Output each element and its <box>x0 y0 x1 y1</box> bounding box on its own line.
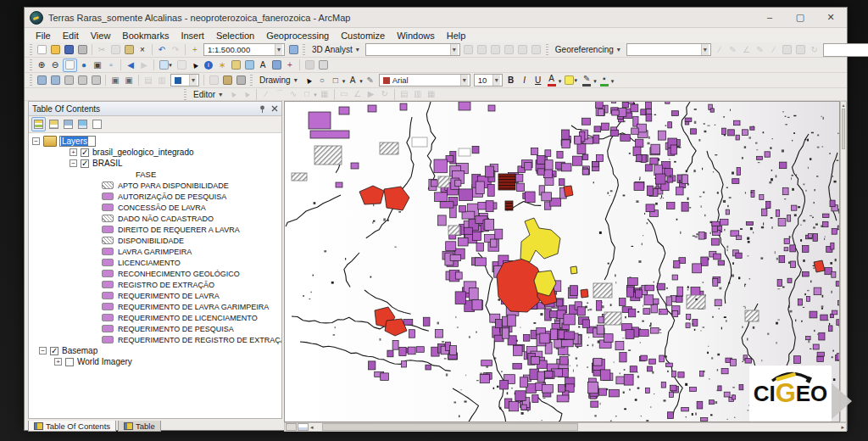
rotate-tool-icon[interactable]: ↻ <box>378 88 391 100</box>
rotation-icon[interactable]: ↻ <box>808 44 821 56</box>
straight-segment-icon[interactable]: ∕ <box>260 88 273 100</box>
toc-item-autoriza-o-de-pesquisa[interactable]: AUTORIZAÇÃO DE PESQUISA <box>29 191 281 202</box>
html-popup-icon[interactable] <box>230 59 242 71</box>
zoom-whole-page-icon[interactable] <box>36 75 48 87</box>
interpolate-line-icon[interactable] <box>462 44 475 56</box>
expand-icon[interactable]: + <box>54 358 62 366</box>
select-features-icon[interactable]: ▾ <box>158 59 175 71</box>
drawing-menu[interactable]: Drawing▾ <box>255 75 302 85</box>
toggle-draft-icon[interactable]: ▣ <box>109 75 122 87</box>
font-size-combo[interactable]: 10▾ <box>474 74 503 87</box>
trace-icon[interactable]: ∿ <box>287 88 300 100</box>
toc-item-requerimento-de-licenciamento[interactable]: REQUERIMENTO DE LICENCIAMENTO <box>29 312 281 323</box>
scroll-thumb[interactable] <box>322 423 578 431</box>
toc-item-registro-de-extra-o[interactable]: REGISTRO DE EXTRAÇÃO <box>29 279 281 290</box>
toc-item-concess-o-de-lavra[interactable]: CONCESSÃO DE LAVRA <box>29 202 281 213</box>
scroll-left-arrow[interactable]: ◂ <box>309 424 315 431</box>
create-features-icon[interactable]: ▤ <box>398 88 410 100</box>
pin-icon[interactable] <box>259 105 266 113</box>
map-vertical-scrollbar[interactable]: ▴ <box>840 101 847 422</box>
contour-icon[interactable] <box>503 44 515 56</box>
toc-item-lavra-garimpeira[interactable]: LAVRA GARIMPEIRA <box>29 246 281 257</box>
menu-help[interactable]: Help <box>441 30 472 42</box>
tab-table[interactable]: Table <box>118 421 161 432</box>
toc-item-requerimento-de-lavra[interactable]: REQUERIMENTO DE LAVRA <box>29 290 281 301</box>
edit-annotation-icon[interactable]: ▲ <box>241 88 253 100</box>
menu-view[interactable]: View <box>85 30 117 42</box>
shift-raster-icon[interactable]: ✎ <box>726 44 739 56</box>
3d-analyst-layer-combo[interactable]: ▾ <box>365 43 460 56</box>
highlight-color-icon[interactable]: ▾ <box>563 75 580 87</box>
edit-vertices-tool-icon[interactable]: ▦ <box>318 88 331 100</box>
menu-customize[interactable]: Customize <box>335 30 391 42</box>
paste-icon[interactable] <box>123 44 136 56</box>
italic-icon[interactable]: I <box>518 75 531 87</box>
link-table-icon[interactable] <box>781 44 793 56</box>
underline-icon[interactable]: U <box>531 75 544 87</box>
clear-selection-icon[interactable] <box>175 59 188 71</box>
close-button[interactable]: ✕ <box>825 12 837 23</box>
change-layout-icon[interactable]: ▤ <box>142 75 155 87</box>
zoom-out-icon[interactable]: ⊖ <box>49 59 62 71</box>
3d-analyst-menu[interactable]: 3D Analyst▾ <box>308 45 364 54</box>
close-panel-icon[interactable] <box>271 105 278 112</box>
select-elements-icon[interactable]: ▲ <box>189 59 202 71</box>
rotate-raster-icon[interactable]: ∕ <box>713 44 726 56</box>
fixed-zoom-in-icon[interactable]: ▣ <box>92 59 104 71</box>
zoom-in-icon[interactable]: ⊕ <box>36 59 48 71</box>
full-extent-icon[interactable]: ● <box>78 59 91 71</box>
go-to-xy-icon[interactable]: + <box>284 59 297 71</box>
toc-item-fase[interactable]: FASE <box>29 169 281 180</box>
toc-item-requerimento-de-pesquisa[interactable]: REQUERIMENTO DE PESQUISA <box>29 323 281 334</box>
forward-extent-icon[interactable]: ▶ <box>138 59 151 71</box>
toc-item-apto-para-disponibilidade[interactable]: APTO PARA DISPONIBILIDADE <box>29 180 281 191</box>
toc-item-disponibilidade[interactable]: DISPONIBILIDADE <box>29 235 281 246</box>
font-combo[interactable]: Arial▾ <box>379 74 470 87</box>
snapping-icon[interactable] <box>208 75 220 87</box>
add-control-points-icon[interactable]: ✎ <box>754 44 766 56</box>
toc-item-direito-de-requerer-a-lavra[interactable]: DIREITO DE REQUERER A LAVRA <box>29 224 281 235</box>
drawing-select-icon[interactable]: ▲ <box>302 75 314 87</box>
print-preview-icon[interactable]: ▥ <box>156 75 169 87</box>
steepest-path-icon[interactable] <box>489 44 502 56</box>
cut-polygons-icon[interactable]: ∠ <box>351 88 364 100</box>
find-route-icon[interactable] <box>270 59 283 71</box>
effects-icon[interactable] <box>221 75 234 87</box>
autoregister-icon[interactable]: ∕ <box>767 44 780 56</box>
copy-icon[interactable] <box>109 44 122 56</box>
restore-button[interactable]: ▢ <box>794 12 806 23</box>
menu-windows[interactable]: Windows <box>391 30 441 42</box>
line-color-icon[interactable]: ✎▾ <box>581 75 593 87</box>
redo-icon[interactable]: ↷ <box>170 44 182 56</box>
los-icon[interactable] <box>516 44 529 56</box>
toc-item-world-imagery[interactable]: +World Imagery <box>29 356 281 367</box>
scale-tool-icon[interactable] <box>287 44 300 56</box>
shape-tool-icon[interactable]: □▾ <box>329 75 342 87</box>
toc-item-basemap[interactable]: −Basemap <box>29 345 281 356</box>
expand-icon[interactable]: + <box>70 148 77 156</box>
hyperlink-icon[interactable]: ∗ <box>216 59 229 71</box>
delete-icon[interactable]: × <box>136 44 149 56</box>
toc-item-requerimento-de-registro-de-extra-o[interactable]: REQUERIMENTO DE REGISTRO DE EXTRAÇÃO <box>29 334 281 345</box>
layout-zoom-icon[interactable] <box>76 75 89 87</box>
measure-icon[interactable] <box>243 59 256 71</box>
map-scale-combo[interactable]: 1:1.500.000▾ <box>203 43 285 56</box>
zoom-100-icon[interactable] <box>49 75 62 87</box>
identify-icon[interactable]: i <box>203 59 215 71</box>
data-view-button[interactable] <box>286 423 297 431</box>
fixed-zoom-out-icon[interactable]: ▫ <box>105 59 118 71</box>
viewer-window-icon[interactable] <box>317 59 330 71</box>
attributes-icon[interactable]: ▥ <box>411 88 424 100</box>
rotate-element-icon[interactable]: ○ <box>315 75 328 87</box>
font-color-icon[interactable]: A▾ <box>545 75 558 87</box>
menu-file[interactable]: File <box>30 30 57 42</box>
print-icon[interactable] <box>76 44 89 56</box>
reshape-icon[interactable]: ▭ <box>337 88 350 100</box>
sketch-properties-icon[interactable]: ▦ <box>425 88 437 100</box>
scroll-right-arrow[interactable]: ▸ <box>839 424 846 431</box>
minimize-button[interactable]: – <box>764 12 776 23</box>
menu-edit[interactable]: Edit <box>57 30 85 42</box>
tab-table-of-contents[interactable]: Table Of Contents <box>28 421 116 432</box>
menu-selection[interactable]: Selection <box>210 30 260 42</box>
georeferencing-rotation-input[interactable] <box>823 43 868 57</box>
